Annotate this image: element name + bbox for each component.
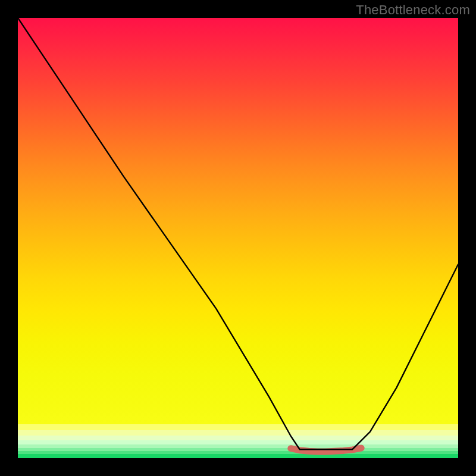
bottleneck-curve	[18, 18, 458, 449]
chart-frame: TheBottleneck.com	[0, 0, 476, 476]
plot-area	[18, 18, 458, 458]
watermark-text: TheBottleneck.com	[356, 2, 470, 18]
curve-layer	[18, 18, 458, 458]
